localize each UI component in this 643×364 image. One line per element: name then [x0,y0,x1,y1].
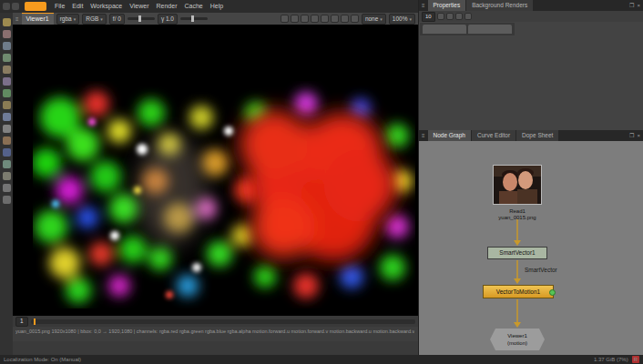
close-icon[interactable]: × [637,0,640,11]
metadata-icon[interactable] [3,172,11,180]
channel-dropdown[interactable]: RGB ▾ [82,14,107,25]
tab-node-graph[interactable]: Node Graph [428,130,471,141]
nuke-window: FileEditWorkspaceViewerRenderCacheHelp ≡… [0,0,643,364]
frame-field[interactable]: 1 [15,317,28,327]
status-left-text: Localization Mode: On (Manual) [4,357,81,362]
pane-menu-icon[interactable]: ≡ [15,14,19,25]
menu-items: FileEditWorkspaceViewerRenderCacheHelp [55,0,223,13]
tab-dope-sheet[interactable]: Dope Sheet [516,130,558,141]
flipbook-icon[interactable] [321,15,329,23]
lock-icon[interactable] [331,15,339,23]
properties-subpanel [420,23,515,35]
properties-tabrow-icons: ❐ × [629,0,643,11]
filter-icon[interactable] [3,77,11,86]
views-icon[interactable] [3,160,11,168]
node-graph-tabrow-icons: ❐ × [629,130,643,141]
menu-workspace[interactable]: Workspace [90,0,122,13]
tab-curve-editor[interactable]: Curve Editor [472,130,515,141]
smartvector-image [33,81,415,308]
properties-panel: ≡ PropertiesBackground Renders ❐ × 10 [418,0,643,130]
pin-icon[interactable] [437,13,444,20]
properties-toolbar-icons [437,13,472,20]
node-smartvector1[interactable]: SmartVector1 [487,247,547,259]
playhead[interactable] [34,318,36,325]
clear-bin-icon[interactable] [455,13,463,20]
chevron-down-icon: ▾ [74,16,77,22]
props-subtab-1[interactable] [423,25,466,34]
window-icon-2[interactable] [12,3,19,10]
gain-slider-handle[interactable] [138,15,141,22]
pipe-label: SmartVector [525,267,557,273]
split-view-icon[interactable] [341,15,349,23]
particles-icon[interactable] [3,136,11,145]
zoom-value: 100% [393,15,408,22]
merge-icon[interactable] [3,101,11,109]
float-panel-icon[interactable]: ❐ [629,130,634,141]
viewer-tab[interactable]: Viewer1 [22,13,54,25]
gain-slider[interactable] [128,17,155,20]
status-right: 1.37 GiB (7%) R [594,356,639,363]
refresh-icon[interactable] [311,15,319,23]
max-panels-field[interactable]: 10 [422,12,435,22]
status-bar: Localization Mode: On (Manual) 1.37 GiB … [0,355,643,364]
info-icon[interactable] [351,15,359,23]
node-vectortomotion1[interactable]: VectorToMotion1 [483,285,554,298]
render-badge: R [632,356,639,363]
close-icon[interactable]: × [637,130,640,141]
menu-file[interactable]: File [55,0,65,13]
pane-menu-icon[interactable]: ≡ [419,0,428,11]
pause-icon[interactable] [301,15,309,23]
gamma-slider[interactable] [180,17,208,20]
node-viewer1[interactable]: Viewer1 (motion) [490,329,545,350]
node-indicator-dot [549,289,556,296]
read1-filename: yuan_0015.png [481,215,554,221]
node-graph-panel: ≡ Node GraphCurve EditorDope Sheet ❐ × [418,130,643,355]
props-subtab-2[interactable] [468,25,512,34]
menu-viewer[interactable]: Viewer [129,0,148,13]
channel-icon[interactable] [3,54,11,62]
nuke-logo [25,2,46,11]
tab-background-renders[interactable]: Background Renders [466,0,533,11]
proxy-icon[interactable] [291,15,299,23]
viewer1-title: Viewer1 [490,332,545,339]
zoom-dropdown[interactable]: 100% ▾ [389,14,415,25]
menu-cache[interactable]: Cache [184,0,202,13]
draw-icon[interactable] [3,30,11,38]
deep-icon[interactable] [3,148,11,157]
layer-dropdown[interactable]: rgba ▾ [56,14,80,25]
gamma-field[interactable]: γ 1.0 [158,14,178,25]
time-icon[interactable] [3,42,11,50]
viewer-framebar: 1 [13,316,418,327]
input-process-dropdown[interactable]: none ▾ [362,14,386,25]
viewer1-subtitle: (motion) [490,339,545,347]
channel-value: RGB [86,15,98,22]
tab-properties[interactable]: Properties [428,0,466,11]
gain-field[interactable]: f/ 0 [109,14,125,25]
float-panel-icon[interactable]: ❐ [629,0,634,11]
keyer-icon[interactable] [3,89,11,97]
menu-bar: FileEditWorkspaceViewerRenderCacheHelp [0,0,418,13]
node-read1[interactable]: Read1 yuan_0015.png [481,165,554,221]
pane-menu-icon[interactable]: ≡ [419,130,428,141]
lock-icon[interactable] [446,13,454,20]
menu-render[interactable]: Render [157,0,178,13]
node-graph-canvas[interactable]: Read1 yuan_0015.png SmartVector1 SmartVe… [419,141,643,355]
window-icon[interactable] [3,3,10,10]
3d-icon[interactable] [3,125,11,133]
viewer-canvas[interactable] [13,25,418,316]
roi-icon[interactable] [281,15,289,23]
gamma-slider-handle[interactable] [191,15,194,22]
chevron-down-icon: ▾ [409,16,412,22]
transform-icon[interactable] [3,113,11,121]
other-icon[interactable] [3,196,11,204]
color-icon[interactable] [3,66,11,74]
menu-edit[interactable]: Edit [72,0,83,13]
read1-title: Read1 [481,208,554,215]
timeline-slider[interactable] [31,319,415,324]
toolsets-icon[interactable] [3,184,11,192]
menu-help[interactable]: Help [210,0,223,13]
expand-icon[interactable] [464,13,472,20]
properties-tabrow: ≡ PropertiesBackground Renders ❐ × [419,0,643,11]
image-icon[interactable] [3,18,11,26]
input-process-value: none [365,15,378,22]
